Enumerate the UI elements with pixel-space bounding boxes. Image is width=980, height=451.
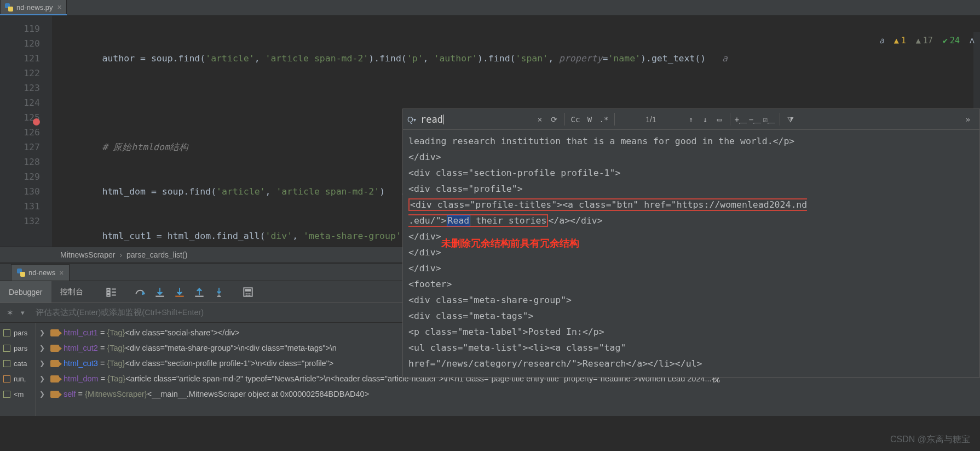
add-selection-icon[interactable]: +⸐ bbox=[734, 116, 748, 123]
var-name: html_cut3 bbox=[64, 359, 98, 368]
var-value: <div class="meta-share-group">\n<div cla… bbox=[125, 344, 337, 352]
tag-icon bbox=[50, 391, 59, 398]
prev-match-icon[interactable]: ↑ bbox=[684, 116, 698, 123]
breakpoint-icon[interactable] bbox=[33, 118, 40, 125]
inspection-summary[interactable]: a ▲1 ▲17 ✔24 ᐱ bbox=[879, 37, 975, 45]
debugger-tab[interactable]: Debugger bbox=[0, 281, 51, 302]
var-type: {Tag} bbox=[107, 359, 125, 368]
line-number: 123 bbox=[0, 81, 40, 95]
crumb-method[interactable]: parse_cards_list() bbox=[126, 250, 187, 259]
line-number: 120 bbox=[0, 36, 40, 51]
svg-rect-7 bbox=[245, 289, 251, 291]
line-number: 126 bbox=[0, 125, 40, 140]
tag-icon bbox=[50, 329, 59, 336]
line-number: 124 bbox=[0, 95, 40, 110]
debug-tab-label: nd-news bbox=[28, 269, 55, 277]
frames-stub-column: pars pars cata run, <m bbox=[0, 323, 36, 416]
tag-icon bbox=[50, 345, 59, 352]
next-match-icon[interactable]: ↓ bbox=[698, 116, 712, 123]
evaluate-icon[interactable] bbox=[242, 286, 254, 298]
find-preview-body[interactable]: leading research institution that is a m… bbox=[403, 130, 979, 377]
line-number: 119 bbox=[0, 21, 40, 36]
console-tab[interactable]: 控制台 bbox=[51, 281, 92, 302]
line-number: 128 bbox=[0, 155, 40, 169]
remove-selection-icon[interactable]: −⸐ bbox=[748, 116, 762, 123]
svg-rect-4 bbox=[175, 295, 183, 296]
match-count: 1/1 bbox=[618, 115, 684, 124]
step-over-icon[interactable] bbox=[134, 286, 146, 298]
var-value: <div class="social-share"></div> bbox=[125, 328, 239, 337]
show-frames-icon[interactable] bbox=[105, 286, 117, 298]
frame-stub[interactable]: cata bbox=[0, 356, 36, 371]
tag-icon bbox=[50, 375, 59, 383]
words-icon[interactable]: W bbox=[583, 116, 597, 123]
frame-stub[interactable]: pars bbox=[0, 325, 36, 340]
warning-count: ▲1 bbox=[894, 37, 906, 45]
close-icon[interactable]: × bbox=[59, 269, 64, 277]
chevron-right-icon[interactable]: ❯ bbox=[39, 329, 45, 336]
filter-icon[interactable]: ⧩ bbox=[783, 116, 798, 123]
close-icon[interactable]: × bbox=[57, 3, 61, 12]
chevron-right-icon[interactable]: ❯ bbox=[39, 390, 45, 398]
var-type: {MitnewsScraper} bbox=[85, 390, 147, 398]
file-tab-strip: nd-news.py × bbox=[0, 0, 980, 16]
select-all-icon[interactable]: ▭ bbox=[712, 116, 727, 123]
watches-star-icon[interactable]: ✶ bbox=[7, 308, 19, 318]
var-type: {Tag} bbox=[107, 328, 125, 337]
svg-rect-0 bbox=[107, 288, 110, 290]
python-run-icon bbox=[17, 269, 25, 277]
svg-rect-5 bbox=[195, 295, 203, 296]
chevron-right-icon[interactable]: ❯ bbox=[39, 359, 45, 367]
var-value: <div class="section-profile profile-1">\… bbox=[125, 359, 333, 368]
line-number: 129 bbox=[0, 169, 40, 184]
run-to-cursor-icon[interactable] bbox=[213, 286, 225, 298]
line-gutter: 119 120 121 122 123 124 125 126 127 128 … bbox=[0, 16, 52, 247]
select-occurrences-icon[interactable]: ☑⸐ bbox=[762, 116, 776, 123]
search-match: Read bbox=[447, 215, 471, 226]
frame-stub[interactable]: run, bbox=[0, 371, 36, 386]
more-icon[interactable]: » bbox=[961, 116, 975, 123]
active-tab-underline bbox=[0, 14, 67, 15]
svg-rect-2 bbox=[107, 294, 110, 296]
frame-stub[interactable]: pars bbox=[0, 340, 36, 356]
step-into-icon[interactable] bbox=[154, 286, 166, 298]
var-name: html_dom bbox=[64, 374, 99, 383]
history-icon[interactable]: ⟳ bbox=[547, 116, 561, 123]
line-number: 121 bbox=[0, 51, 40, 66]
step-out-icon[interactable] bbox=[193, 286, 205, 298]
chevron-up-icon[interactable]: ᐱ bbox=[970, 37, 975, 44]
watch-placeholder: 评估表达式(Enter)或添加监视(Ctrl+Shift+Enter) bbox=[36, 307, 204, 318]
search-icon[interactable]: Q▾ bbox=[403, 115, 420, 124]
var-type: {Tag} bbox=[107, 374, 125, 383]
debug-run-tab[interactable]: nd-news × bbox=[11, 264, 70, 281]
var-type: {Tag} bbox=[107, 344, 125, 352]
crumb-class[interactable]: MitnewsScraper bbox=[60, 250, 115, 259]
svg-rect-1 bbox=[107, 291, 110, 293]
var-value: <__main__.MitnewsScraper object at 0x000… bbox=[147, 390, 369, 398]
find-toolbar: Q▾ read × ⟳ Cc W .* 1/1 ↑ ↓ ▭ +⸐ −⸐ ☑⸐ ⧩… bbox=[403, 109, 979, 130]
match-case-icon[interactable]: Cc bbox=[568, 116, 583, 123]
clear-icon[interactable]: × bbox=[533, 116, 547, 123]
annotation-text: 未删除冗余结构前具有冗余结构 bbox=[441, 235, 579, 251]
find-popup: Q▾ read × ⟳ Cc W .* 1/1 ↑ ↓ ▭ +⸐ −⸐ ☑⸐ ⧩… bbox=[402, 109, 980, 378]
ok-count: ✔24 bbox=[943, 37, 960, 45]
var-name: html_cut2 bbox=[64, 344, 98, 352]
line-number: 130 bbox=[0, 184, 40, 199]
variable-row[interactable]: ❯self = {MitnewsScraper} <__main__.Mitne… bbox=[36, 386, 980, 402]
step-into-my-icon[interactable] bbox=[174, 286, 186, 298]
chevron-right-icon[interactable]: ❯ bbox=[39, 344, 45, 352]
chevron-down-icon[interactable]: ▾ bbox=[21, 309, 25, 317]
line-number: 127 bbox=[0, 140, 40, 155]
var-name: html_cut1 bbox=[64, 328, 98, 337]
file-tab[interactable]: nd-news.py × bbox=[0, 0, 67, 14]
var-name: self bbox=[64, 390, 76, 398]
regex-icon[interactable]: .* bbox=[597, 116, 611, 123]
highlight-box: <div class="profile-titles"><a class="bt… bbox=[408, 198, 807, 227]
watermark-text: CSDN @东离与糖宝 bbox=[890, 434, 970, 446]
chevron-right-icon[interactable]: ❯ bbox=[39, 375, 45, 383]
svg-rect-3 bbox=[155, 295, 164, 296]
find-input[interactable]: read bbox=[420, 115, 533, 124]
inspection-italic: a bbox=[879, 37, 884, 45]
chevron-right-icon: › bbox=[119, 250, 122, 259]
frame-stub[interactable]: <m bbox=[0, 386, 36, 402]
